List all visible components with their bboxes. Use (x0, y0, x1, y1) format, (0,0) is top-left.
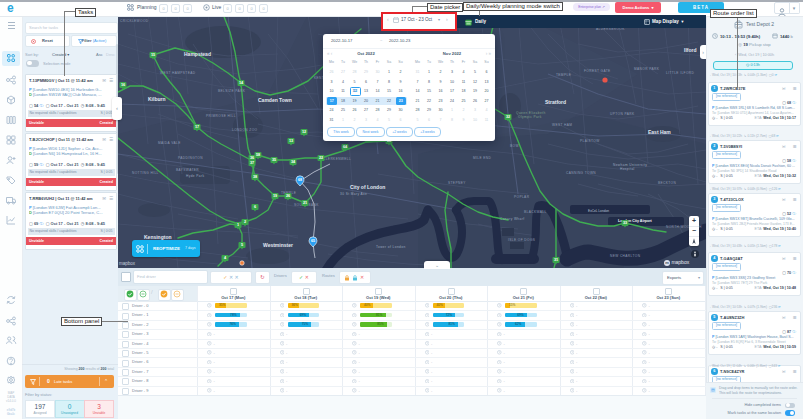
svg-text:17: 17 (195, 125, 199, 129)
svg-text:NOTTING HILL: NOTTING HILL (132, 171, 159, 175)
svg-text:UPTON PARK: UPTON PARK (610, 112, 635, 116)
svg-text:NEW CHARLTON: NEW CHARLTON (610, 254, 641, 258)
svg-text:5: 5 (241, 243, 243, 247)
svg-text:12: 12 (302, 130, 306, 134)
svg-text:36: 36 (250, 156, 254, 160)
svg-text:CRICKLEWOOD: CRICKLEWOOD (120, 19, 149, 23)
svg-text:Hospital: Hospital (620, 167, 635, 171)
svg-text:PADDINGTON: PADDINGTON (178, 156, 203, 160)
svg-text:CANNING TOWN: CANNING TOWN (566, 171, 596, 175)
svg-text:WEST HAM: WEST HAM (552, 123, 572, 127)
svg-text:Olympic Park: Olympic Park (518, 115, 542, 119)
svg-text:6ba0c: 6ba0c (7, 412, 16, 416)
svg-text:33: 33 (623, 221, 627, 225)
svg-text:MILE END: MILE END (473, 156, 492, 160)
svg-text:PLAISTOW: PLAISTOW (580, 139, 600, 143)
svg-text:Westminster: Westminster (263, 242, 293, 248)
svg-text:LONDON ZOO: LONDON ZOO (232, 128, 258, 132)
svg-text:City of London: City of London (350, 184, 385, 190)
svg-text:STEPNEY: STEPNEY (448, 181, 466, 185)
svg-text:30 St Mary Axe: 30 St Mary Axe (340, 192, 367, 196)
svg-text:PRIMROSE HILL: PRIMROSE HILL (206, 114, 236, 118)
svg-text:MANOR PARK: MANOR PARK (634, 67, 660, 71)
svg-text:35: 35 (272, 158, 276, 162)
svg-text:ISLE OF DOGS: ISLE OF DOGS (508, 238, 535, 242)
svg-text:POPLAR: POPLAR (514, 195, 530, 199)
svg-text:38: 38 (253, 175, 257, 179)
svg-text:22: 22 (319, 156, 323, 160)
svg-text:LITTLE ILFORD: LITTLE ILFORD (666, 71, 695, 75)
svg-text:Tower of London: Tower of London (376, 245, 406, 249)
svg-text:31: 31 (554, 258, 558, 262)
svg-text:58: 58 (256, 153, 260, 157)
svg-text:BAYSWATER: BAYSWATER (176, 168, 199, 172)
svg-text:21: 21 (303, 201, 307, 205)
svg-text:Hyde Park: Hyde Park (186, 174, 204, 178)
svg-text:BELSIZE PARK: BELSIZE PARK (218, 89, 246, 93)
svg-text:WEST HAMPSTEAD: WEST HAMPSTEAD (160, 71, 196, 75)
svg-text:68: 68 (298, 178, 302, 182)
svg-text:Kilburn: Kilburn (148, 96, 166, 102)
svg-text:BOW: BOW (510, 144, 519, 148)
svg-text:BECKTON: BECKTON (658, 181, 676, 185)
svg-text:MAIDA VALE: MAIDA VALE (158, 141, 181, 145)
svg-text:TEMPLE: TEMPLE (556, 73, 571, 77)
svg-text:East Ham: East Ham (648, 129, 671, 135)
svg-text:15: 15 (151, 53, 155, 57)
svg-text:26: 26 (286, 194, 290, 198)
svg-text:v14.0.0: v14.0.0 (6, 399, 16, 403)
svg-text:FOREST GATE: FOREST GATE (584, 69, 611, 73)
svg-text:ExCeL London: ExCeL London (588, 209, 609, 213)
svg-text:Hampstead: Hampstead (184, 51, 211, 57)
svg-text:BLACKWALL: BLACKWALL (524, 210, 547, 214)
svg-text:13: 13 (289, 139, 293, 143)
svg-text:1: 1 (237, 223, 239, 227)
svg-text:Stratford: Stratford (545, 99, 566, 105)
svg-text:6: 6 (254, 205, 256, 209)
svg-text:19: 19 (273, 194, 277, 198)
svg-text:32: 32 (506, 115, 510, 119)
svg-text:65: 65 (311, 239, 315, 243)
svg-text:Ilford: Ilford (684, 47, 697, 53)
svg-text:Camden Town: Camden Town (258, 97, 292, 103)
svg-text:Canary Wharf: Canary Wharf (500, 217, 524, 221)
svg-text:16: 16 (121, 83, 125, 87)
svg-text:37: 37 (250, 161, 254, 165)
svg-text:2: 2 (244, 220, 246, 224)
svg-text:CLERKENWELL: CLERKENWELL (323, 157, 351, 161)
